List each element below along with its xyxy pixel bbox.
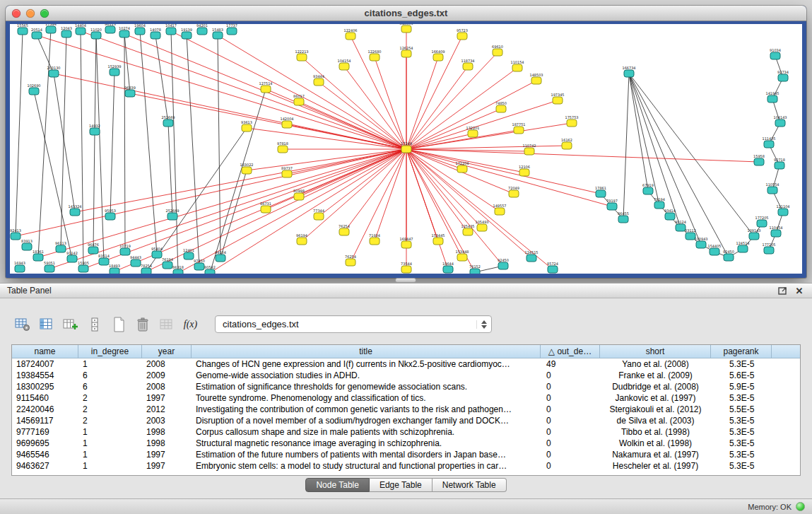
graph-node[interactable]: 175753: [565, 115, 578, 127]
graph-node[interactable]: 154405: [707, 244, 721, 256]
graph-node[interactable]: 96839: [124, 86, 136, 98]
graph-node[interactable]: 153445: [431, 233, 445, 245]
graph-node[interactable]: 17737: [226, 24, 237, 35]
table-row[interactable]: 9115460 2 1997 Tourette syndrome. Phenom…: [12, 392, 800, 404]
graph-node[interactable]: 124514: [736, 241, 749, 253]
graph-node[interactable]: 17394: [45, 24, 57, 33]
graph-node[interactable]: 94443: [130, 255, 141, 267]
zoom-window-button[interactable]: [40, 9, 49, 18]
graph-node[interactable]: 142004: [280, 117, 293, 129]
graph-node[interactable]: 19139: [181, 28, 192, 40]
table-row[interactable]: 19384554 6 2009 Genome-wide association …: [12, 370, 800, 381]
graph-node[interactable]: 141945: [765, 91, 779, 103]
graph-node[interactable]: 102690: [27, 83, 40, 95]
graph-node[interactable]: 11020: [90, 28, 102, 40]
minimize-window-button[interactable]: [26, 9, 35, 18]
graph-node[interactable]: 59051: [44, 261, 55, 273]
graph-node[interactable]: 14078: [150, 28, 161, 40]
graph-node[interactable]: 177205: [755, 216, 768, 228]
tab-edge-table[interactable]: Edge Table: [370, 478, 433, 492]
graph-node[interactable]: 111435: [762, 136, 775, 148]
graph-node[interactable]: 16162: [561, 138, 572, 150]
float-panel-icon[interactable]: [777, 286, 788, 296]
graph-node[interactable]: 152939: [107, 64, 121, 76]
graph-node[interactable]: 818304: [399, 24, 413, 33]
graph-node[interactable]: 85724: [547, 262, 558, 274]
network-canvas[interactable]: 1724911873416640912625412268010415493444…: [10, 24, 802, 274]
graph-node[interactable]: 118734: [461, 59, 474, 71]
graph-node[interactable]: 14932: [89, 124, 100, 136]
graph-node[interactable]: 93414: [664, 209, 676, 221]
graph-node[interactable]: 110742: [522, 144, 536, 156]
graph-node[interactable]: 97450: [194, 259, 205, 271]
graph-node[interactable]: 79194: [654, 197, 665, 209]
graph-node[interactable]: 132201: [466, 126, 479, 138]
table-selector-dropdown[interactable]: citations_edges.txt: [215, 315, 492, 333]
graph-node[interactable]: 100943: [694, 237, 707, 249]
function-builder-icon[interactable]: f(x): [181, 315, 200, 334]
graph-node[interactable]: 96113: [55, 241, 66, 253]
graph-node[interactable]: 153448: [455, 250, 469, 262]
show-columns-icon[interactable]: [37, 315, 56, 334]
graph-node[interactable]: 67919: [642, 183, 654, 195]
graph-node[interactable]: 15565: [17, 24, 28, 35]
graph-node[interactable]: 83913: [21, 239, 33, 251]
table-row[interactable]: 9463627 1 1997 Embryonic stem cells: a m…: [12, 460, 800, 472]
graph-node[interactable]: 104154: [337, 59, 351, 71]
column-header-title[interactable]: title: [192, 345, 541, 358]
row-cells-icon[interactable]: [85, 315, 104, 334]
network-view[interactable]: 1724911873416640912625412268010415493444…: [10, 24, 802, 274]
table-mode-icon[interactable]: [13, 315, 32, 334]
graph-node[interactable]: 17861: [595, 186, 606, 198]
graph-node[interactable]: 86731: [260, 201, 271, 214]
column-header-year[interactable]: year: [142, 345, 192, 358]
graph-node[interactable]: 166734: [622, 66, 635, 78]
graph-node[interactable]: 92734: [777, 70, 789, 82]
graph-node[interactable]: 80998: [293, 189, 305, 201]
graph-node[interactable]: 18493: [109, 264, 120, 274]
graph-node[interactable]: 14404: [75, 24, 86, 35]
graph-node[interactable]: 76152: [469, 264, 481, 274]
graph-node[interactable]: 77344: [313, 209, 324, 221]
window-titlebar[interactable]: citations_edges.txt: [6, 6, 806, 21]
graph-node[interactable]: 177205: [762, 243, 775, 255]
column-header-out-de-[interactable]: △ out_de…: [541, 345, 600, 358]
close-window-button[interactable]: [12, 9, 20, 18]
close-panel-icon[interactable]: ✕: [794, 286, 805, 296]
graph-node[interactable]: 109143: [747, 228, 760, 240]
graph-node[interactable]: 15958: [753, 154, 765, 166]
graph-node[interactable]: 86455: [618, 211, 629, 223]
table-row[interactable]: 18300295 6 2008 Estimation of significan…: [12, 381, 800, 392]
graph-node[interactable]: 20514: [31, 28, 42, 40]
column-header-pagerank[interactable]: pagerank: [711, 345, 772, 358]
graph-node[interactable]: 92413: [10, 228, 21, 240]
table-row[interactable]: 22420046 2 2012 Investigating the contri…: [12, 404, 800, 415]
graph-node[interactable]: 126254: [399, 46, 413, 58]
graph-node[interactable]: 91142: [66, 251, 78, 263]
graph-node[interactable]: 149557: [493, 204, 506, 216]
graph-node[interactable]: 96476: [88, 243, 99, 255]
graph-node[interactable]: 252669: [165, 209, 179, 221]
graph-node[interactable]: 94104: [215, 250, 226, 262]
panel-divider-grip[interactable]: [395, 278, 416, 283]
graph-node[interactable]: 18361: [33, 250, 44, 262]
graph-node[interactable]: 89737: [281, 166, 293, 178]
graph-node[interactable]: 96113: [105, 24, 116, 33]
graph-node[interactable]: 10719: [119, 244, 131, 256]
graph-node[interactable]: 183022: [240, 163, 253, 175]
graph-node[interactable]: 83514: [98, 254, 110, 266]
graph-node[interactable]: 72049: [508, 186, 519, 198]
graph-node[interactable]: 105493: [475, 220, 488, 232]
table-row[interactable]: 14569117 2 2003 Disruption of a novel me…: [12, 415, 800, 426]
column-header-name[interactable]: name: [12, 345, 78, 358]
graph-node[interactable]: 78254: [141, 264, 152, 274]
new-file-icon[interactable]: [109, 315, 128, 334]
graph-node[interactable]: 86318: [172, 265, 184, 274]
graph-node[interactable]: 76194: [162, 257, 173, 269]
graph-node[interactable]: 95053: [105, 209, 116, 221]
import-table-icon[interactable]: [157, 315, 176, 334]
graph-node[interactable]: 110154: [510, 60, 524, 72]
graph-node[interactable]: 127514: [259, 81, 272, 93]
graph-node[interactable]: 91034: [770, 48, 781, 60]
graph-node[interactable]: 79197: [606, 199, 618, 211]
